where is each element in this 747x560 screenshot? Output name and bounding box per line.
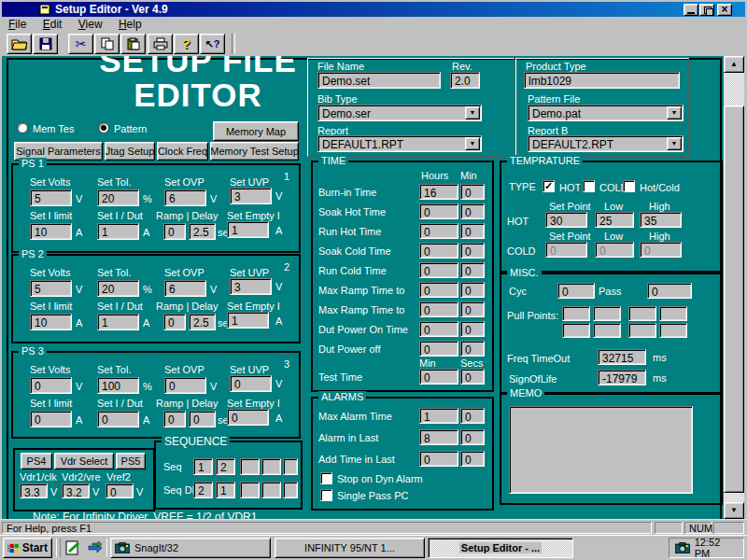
time-hours-field[interactable]: 0 bbox=[419, 262, 458, 278]
ps1-ramp-field[interactable]: 0 bbox=[163, 223, 186, 240]
seq-cell-4[interactable] bbox=[283, 458, 298, 475]
alarm-field[interactable]: 1 bbox=[419, 408, 458, 424]
clock-freq-button[interactable]: Clock Freq bbox=[157, 142, 208, 161]
taskbar-handle[interactable] bbox=[56, 539, 61, 557]
pull-point-cell[interactable] bbox=[562, 306, 590, 321]
vdr-select-button[interactable]: Vdr Select bbox=[54, 453, 114, 469]
vdr1-field[interactable]: 3.3 bbox=[20, 483, 48, 498]
ps1-set-volts-field[interactable]: 5 bbox=[30, 189, 72, 206]
hot-cold-checkbox[interactable] bbox=[623, 180, 635, 192]
pull-point-cell[interactable] bbox=[593, 306, 621, 321]
time-min-field[interactable]: 0 bbox=[460, 321, 485, 337]
pass-field[interactable]: 0 bbox=[647, 283, 692, 299]
hot-low-field[interactable]: 25 bbox=[595, 212, 634, 228]
ps2-set-i-limit-field[interactable]: 10 bbox=[30, 314, 72, 330]
time-min-field[interactable]: 0 bbox=[460, 243, 485, 259]
pattern-file-dropdown-button[interactable]: ▼ bbox=[667, 106, 682, 119]
ps3-set-i-dut-field[interactable]: 0 bbox=[97, 411, 139, 427]
ps2-set-empty-i-field[interactable]: 1 bbox=[227, 312, 269, 329]
cyc-field[interactable]: 0 bbox=[557, 283, 595, 299]
pattern-radio[interactable] bbox=[98, 122, 109, 133]
ps1-set-ovp-field[interactable]: 6 bbox=[164, 189, 206, 206]
seq-cell-0[interactable]: 1 bbox=[193, 458, 213, 475]
alarm-field[interactable]: 0 bbox=[419, 451, 458, 467]
alarm-field[interactable]: 0 bbox=[460, 429, 485, 445]
alarm-field[interactable]: 0 bbox=[460, 451, 485, 467]
time-hours-field[interactable]: 0 bbox=[419, 301, 458, 317]
ps2-set-i-dut-field[interactable]: 1 bbox=[97, 314, 139, 330]
copy-button[interactable] bbox=[94, 34, 120, 54]
time-hours-field[interactable]: 0 bbox=[419, 282, 458, 298]
seq-dn-cell-1[interactable]: 1 bbox=[216, 482, 235, 498]
task-snagit[interactable]: SnagIt/32 bbox=[110, 538, 271, 558]
hot-set-point-field[interactable]: 30 bbox=[545, 212, 587, 228]
about-help-button[interactable]: ? bbox=[174, 34, 199, 54]
paste-button[interactable] bbox=[120, 34, 146, 54]
close-button[interactable]: × bbox=[717, 4, 732, 16]
restore-button[interactable] bbox=[699, 4, 714, 16]
report-dropdown-button[interactable]: ▼ bbox=[465, 137, 480, 150]
main-scrollbar[interactable]: ▲ ▼ bbox=[724, 56, 744, 519]
ps5-button[interactable]: PS5 bbox=[116, 453, 146, 469]
time-min-field[interactable]: 0 bbox=[460, 203, 485, 219]
print-button[interactable] bbox=[148, 34, 173, 54]
start-button[interactable]: Start bbox=[3, 538, 52, 558]
seq-dn-cell-4[interactable] bbox=[283, 482, 298, 498]
hot-high-field[interactable]: 35 bbox=[640, 212, 682, 228]
cut-button[interactable]: ✂ bbox=[68, 34, 93, 54]
time-hours-field[interactable]: 0 bbox=[419, 321, 458, 337]
bib-type-dropdown-button[interactable]: ▼ bbox=[465, 106, 480, 119]
ps2-ramp-field[interactable]: 0 bbox=[163, 314, 186, 330]
ps3-set-i-limit-field[interactable]: 0 bbox=[30, 411, 72, 427]
seq-cell-2[interactable] bbox=[240, 458, 260, 475]
time-hours-field[interactable]: 0 bbox=[419, 203, 458, 219]
ps3-set-empty-i-field[interactable]: 0 bbox=[227, 409, 269, 426]
menu-edit[interactable]: Edit bbox=[36, 17, 69, 32]
save-button[interactable] bbox=[33, 34, 58, 54]
ps1-set-i-limit-field[interactable]: 10 bbox=[30, 223, 72, 240]
ps1-set-empty-i-field[interactable]: 1 bbox=[227, 221, 269, 238]
ps3-set-uvp-field[interactable]: 0 bbox=[230, 375, 272, 392]
time-min-field[interactable]: 0 bbox=[460, 223, 485, 239]
rev-field[interactable]: 2.0 bbox=[450, 72, 480, 89]
alarm-field[interactable]: 0 bbox=[460, 408, 485, 424]
report-b-dropdown-button[interactable]: ▼ bbox=[667, 137, 682, 150]
vref2-field[interactable]: 0 bbox=[106, 483, 134, 498]
signoflife-field[interactable]: -17979 bbox=[598, 370, 646, 385]
ps3-set-ovp-field[interactable]: 0 bbox=[164, 377, 206, 394]
quick-launch-notes-icon[interactable] bbox=[65, 540, 81, 559]
ps2-set-volts-field[interactable]: 5 bbox=[30, 280, 72, 297]
seq-dn-cell-3[interactable] bbox=[261, 482, 281, 498]
cold-high-field[interactable]: 0 bbox=[640, 242, 682, 258]
memory-map-button[interactable]: Memory Map bbox=[213, 121, 299, 141]
ps1-set-tol-field[interactable]: 20 bbox=[97, 189, 139, 206]
time-hours-field[interactable]: 0 bbox=[419, 243, 458, 259]
scrollbar-thumb[interactable] bbox=[724, 105, 744, 493]
stop-on-dyn-alarm-checkbox[interactable] bbox=[320, 472, 332, 484]
pull-point-cell[interactable] bbox=[628, 306, 656, 321]
memory-test-setup-button[interactable]: Memory Test Setup bbox=[210, 142, 299, 161]
hot-checkbox[interactable]: ✓ bbox=[543, 180, 555, 192]
pull-point-cell[interactable] bbox=[562, 323, 590, 338]
alarm-field[interactable]: 8 bbox=[419, 429, 458, 445]
scroll-up-button[interactable]: ▲ bbox=[724, 56, 744, 73]
task-infinity[interactable]: INFINITY 95/NT 1... bbox=[275, 538, 425, 558]
report-combo[interactable]: DEFAULT1.RPT▼ bbox=[317, 135, 482, 152]
menu-view[interactable]: View bbox=[72, 17, 109, 32]
test-time-min-field[interactable]: 0 bbox=[419, 369, 458, 385]
quick-launch-sync-icon[interactable] bbox=[87, 540, 104, 559]
ps2-set-uvp-field[interactable]: 3 bbox=[230, 278, 272, 295]
cold-checkbox[interactable] bbox=[583, 180, 595, 192]
cold-low-field[interactable]: 0 bbox=[595, 242, 634, 258]
ps4-button[interactable]: PS4 bbox=[21, 453, 52, 469]
cold-set-point-field[interactable]: 0 bbox=[545, 242, 587, 258]
single-pass-checkbox[interactable] bbox=[320, 489, 332, 501]
vdr2-field[interactable]: 3.2 bbox=[62, 483, 90, 498]
report-b-combo[interactable]: DEFAULT2.RPT▼ bbox=[528, 135, 684, 152]
seq-dn-cell-0[interactable]: 2 bbox=[193, 482, 213, 498]
ps3-set-volts-field[interactable]: 0 bbox=[30, 377, 72, 394]
menu-file[interactable]: File bbox=[2, 17, 33, 32]
time-min-field[interactable]: 0 bbox=[460, 184, 485, 200]
pull-point-cell[interactable] bbox=[659, 323, 687, 338]
ps1-set-uvp-field[interactable]: 3 bbox=[230, 188, 272, 204]
